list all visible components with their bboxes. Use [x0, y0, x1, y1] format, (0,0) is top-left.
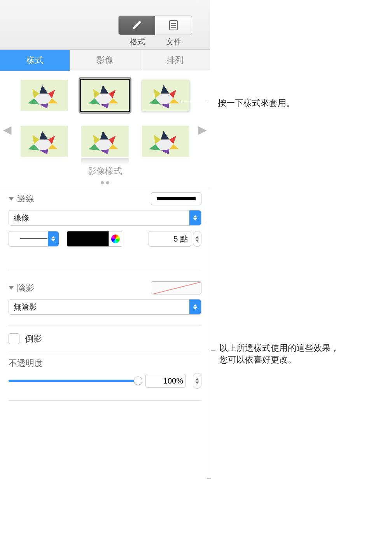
style-thumb[interactable] — [80, 78, 130, 112]
opacity-label: 不透明度 — [9, 357, 201, 369]
border-title: 邊線 — [17, 193, 34, 205]
color-swatch[interactable] — [67, 231, 109, 247]
style-thumbnails-area: ◀ ▶ — [0, 71, 210, 188]
border-section: 邊線 線條 5 點 — [0, 188, 210, 281]
style-thumb[interactable] — [80, 124, 130, 158]
tab-style[interactable]: 樣式 — [0, 50, 70, 71]
svg-marker-32 — [100, 131, 109, 140]
svg-marker-4 — [40, 85, 48, 94]
shadow-type-dropdown[interactable]: 無陰影 — [9, 299, 201, 315]
tab-image[interactable]: 影像 — [70, 50, 140, 71]
document-button[interactable] — [155, 16, 192, 35]
svg-marker-25 — [40, 131, 48, 140]
paintbrush-icon — [131, 19, 143, 31]
chevron-updown-icon — [48, 231, 59, 246]
svg-marker-11 — [100, 85, 109, 94]
border-width-input[interactable]: 5 點 — [149, 231, 191, 247]
border-width-stepper[interactable] — [193, 231, 201, 247]
annotation-effects: 以上所選樣式使用的這些效果， 您可以依喜好更改。 — [219, 342, 339, 366]
document-icon — [168, 19, 178, 31]
tab-arrange[interactable]: 排列 — [140, 50, 210, 71]
border-type-value: 線條 — [14, 213, 29, 223]
style-thumb[interactable] — [140, 78, 191, 112]
document-label: 文件 — [156, 37, 192, 47]
toolbar: 格式 文件 — [0, 0, 210, 50]
image-styles-caption: 影像樣式 — [0, 165, 210, 177]
opacity-slider[interactable] — [9, 380, 138, 382]
opacity-stepper[interactable] — [193, 373, 201, 389]
svg-marker-39 — [161, 131, 170, 140]
svg-marker-18 — [161, 85, 170, 94]
reflection-checkbox[interactable] — [9, 333, 19, 344]
format-label: 格式 — [119, 37, 156, 47]
border-line-style-dropdown[interactable] — [9, 231, 59, 247]
border-type-dropdown[interactable]: 線條 — [9, 210, 201, 226]
shadow-preview[interactable] — [151, 281, 201, 294]
chevron-updown-icon — [189, 300, 201, 314]
style-page-dots[interactable] — [0, 179, 210, 186]
shadow-title: 陰影 — [17, 282, 34, 294]
next-styles-arrow[interactable]: ▶ — [198, 123, 207, 136]
toolbar-segment — [118, 16, 192, 35]
border-color-well[interactable] — [67, 231, 122, 247]
shadow-section: 陰影 無陰影 倒影 不透明度 100% — [0, 281, 210, 412]
annotation-click-style: 按一下樣式來套用。 — [218, 97, 295, 109]
disclosure-triangle-icon[interactable] — [9, 286, 14, 290]
format-button[interactable] — [119, 16, 155, 35]
chevron-updown-icon — [189, 210, 201, 225]
style-thumb[interactable] — [140, 124, 191, 158]
style-thumb[interactable] — [19, 124, 70, 158]
color-wheel-icon — [111, 235, 120, 243]
reflection-label: 倒影 — [25, 333, 42, 345]
style-thumb[interactable] — [19, 78, 70, 112]
prev-styles-arrow[interactable]: ◀ — [3, 123, 12, 136]
disclosure-triangle-icon[interactable] — [9, 197, 14, 201]
opacity-input[interactable]: 100% — [145, 374, 186, 388]
inspector-panel: 格式 文件 樣式 影像 排列 ◀ ▶ — [0, 0, 210, 412]
color-wheel-button[interactable] — [109, 231, 122, 247]
inspector-tabs: 樣式 影像 排列 — [0, 50, 210, 71]
shadow-type-value: 無陰影 — [14, 302, 37, 312]
border-preview[interactable] — [151, 192, 201, 205]
